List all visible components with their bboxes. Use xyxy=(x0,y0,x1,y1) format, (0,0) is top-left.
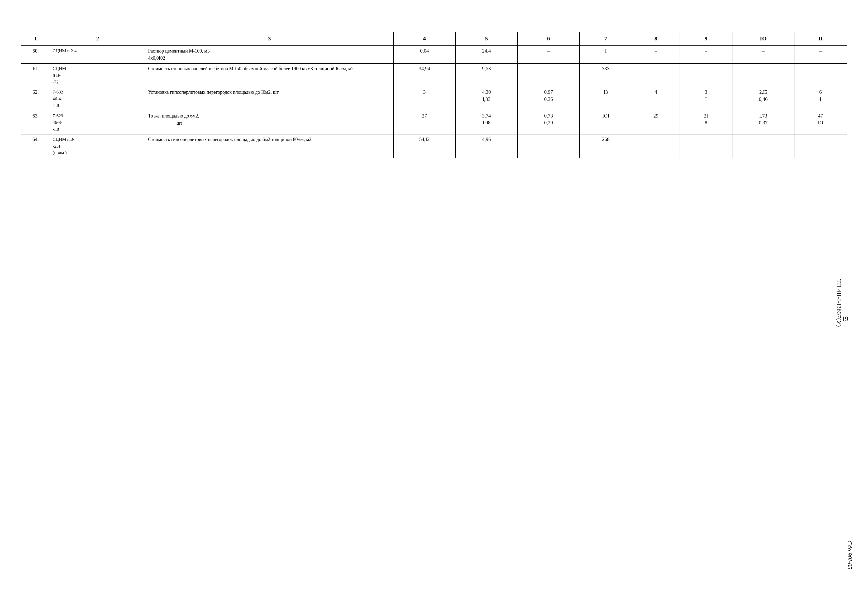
row-col7-62: I3 xyxy=(580,87,632,111)
col-header-2: 2 xyxy=(50,32,146,46)
row-col5-61: 9,53 xyxy=(456,64,518,87)
row-col9-60: – xyxy=(680,46,732,64)
col-header-3: 3 xyxy=(146,32,394,46)
row-col10-64: – xyxy=(732,134,794,158)
row-col4-62: 3 xyxy=(394,87,456,111)
row-col9-64: – xyxy=(680,134,732,158)
row-col7-63: IOI xyxy=(580,110,632,134)
row-desc-61: Стоимость стеновых панелей из бетона М-I… xyxy=(146,64,394,87)
row-col5-60: 24,4 xyxy=(456,46,518,64)
row-col6-63: 0,780,29 xyxy=(518,110,580,134)
row-desc-62: Установка гипсоперлитовых перегородок пл… xyxy=(146,87,394,111)
col5-top-62: 4,30 xyxy=(482,89,491,95)
row-ref-62: 7-63246-4--I,8 xyxy=(50,87,146,111)
row-col5-64: 4,96 xyxy=(456,134,518,158)
row-col10-63: I,730,37 xyxy=(732,110,794,134)
col-header-7: 7 xyxy=(580,32,632,46)
row-col4-60: 0,04 xyxy=(394,46,456,64)
page-number-19: I9 xyxy=(842,315,848,323)
row-col11-61: – xyxy=(794,64,847,87)
row-col11-60: – xyxy=(794,46,847,64)
col-header-4: 4 xyxy=(394,32,456,46)
col11-top-62: 6 xyxy=(819,89,822,95)
table-row: 63. 7-62946-3--I,8 То же, площадью до 6м… xyxy=(22,110,847,134)
header-row: I 2 3 4 5 6 7 8 9 IO II xyxy=(22,32,847,46)
col-header-9: 9 xyxy=(680,32,732,46)
table-row: 60. СЦИM п.2-4 Раствор цементный М-100, … xyxy=(22,46,847,64)
table-row: 6I. СЦИMп II--72 Стоимость стеновых пане… xyxy=(22,64,847,87)
col-header-1: I xyxy=(22,32,50,46)
row-desc-64: Стоимость гипсоперлитовых перегородок пл… xyxy=(146,134,394,158)
row-number-63: 63. xyxy=(22,110,50,134)
col-header-6: 6 xyxy=(518,32,580,46)
row-col10-62: 2,I50,46 xyxy=(732,87,794,111)
row-col7-64: 268 xyxy=(580,134,632,158)
row-number-61: 6I. xyxy=(22,64,50,87)
row-col4-61: 34,94 xyxy=(394,64,456,87)
row-col11-64: – xyxy=(794,134,847,158)
row-col8-60: – xyxy=(632,46,680,64)
col10-top-62: 2,I5 xyxy=(759,89,767,95)
row-col6-61: – xyxy=(518,64,580,87)
row-col6-64: – xyxy=(518,134,580,158)
row-number-60: 60. xyxy=(22,46,50,64)
row-col4-64: 54,I2 xyxy=(394,134,456,158)
bottom-label: Сdo 90I-05 xyxy=(846,541,853,570)
row-col7-61: 333 xyxy=(580,64,632,87)
row-desc-60: Раствор цементный М-100, м34х0,0I02 xyxy=(146,46,394,64)
row-col4-63: 27 xyxy=(394,110,456,134)
row-col9-61: – xyxy=(680,64,732,87)
table-row: 62. 7-63246-4--I,8 Установка гипсоперлит… xyxy=(22,87,847,111)
tp-label: ТП 4II-I-I3637(У) xyxy=(835,279,842,327)
row-ref-63: 7-62946-3--I,8 xyxy=(50,110,146,134)
row-desc-63: То же, площадью до 6м2, шт xyxy=(146,110,394,134)
row-col9-62: 3I xyxy=(680,87,732,111)
page: ТП 4II-I-I3637(У) I9 Сdo 90I-05 I 2 3 4 … xyxy=(0,0,868,606)
row-col8-62: 4 xyxy=(632,87,680,111)
row-col8-63: 29 xyxy=(632,110,680,134)
row-col6-60: – xyxy=(518,46,580,64)
col-header-8: 8 xyxy=(632,32,680,46)
row-col11-63: 47IO xyxy=(794,110,847,134)
row-col5-63: 3,74I,08 xyxy=(456,110,518,134)
row-col7-60: I xyxy=(580,46,632,64)
row-ref-60: СЦИM п.2-4 xyxy=(50,46,146,64)
row-number-64: 64. xyxy=(22,134,50,158)
row-number-62: 62. xyxy=(22,87,50,111)
col6-top-62: 0,97 xyxy=(544,89,553,95)
col-header-11: II xyxy=(794,32,847,46)
col-header-10: IO xyxy=(732,32,794,46)
col-header-5: 5 xyxy=(456,32,518,46)
table-row: 64. СЦИM п.3--23I(прим.) Стоимость гипсо… xyxy=(22,134,847,158)
col6-top-63: 0,78 xyxy=(544,113,553,118)
row-col8-61: – xyxy=(632,64,680,87)
row-ref-61: СЦИMп II--72 xyxy=(50,64,146,87)
row-col6-62: 0,970,36 xyxy=(518,87,580,111)
row-col10-61: – xyxy=(732,64,794,87)
row-ref-64: СЦИM п.3--23I(прим.) xyxy=(50,134,146,158)
col9-top-63: 2I xyxy=(704,113,708,118)
row-col5-62: 4,30I,33 xyxy=(456,87,518,111)
row-col8-64: – xyxy=(632,134,680,158)
row-col9-63: 2I8 xyxy=(680,110,732,134)
row-col11-62: 6I xyxy=(794,87,847,111)
main-table: I 2 3 4 5 6 7 8 9 IO II 60. СЦИM п.2-4 Р… xyxy=(21,32,847,158)
col5-top-63: 3,74 xyxy=(482,113,491,118)
col10-top-63: I,73 xyxy=(759,113,767,118)
col9-top-62: 3 xyxy=(705,89,707,95)
col11-top-63: 47 xyxy=(818,113,823,118)
row-col10-60: – xyxy=(732,46,794,64)
